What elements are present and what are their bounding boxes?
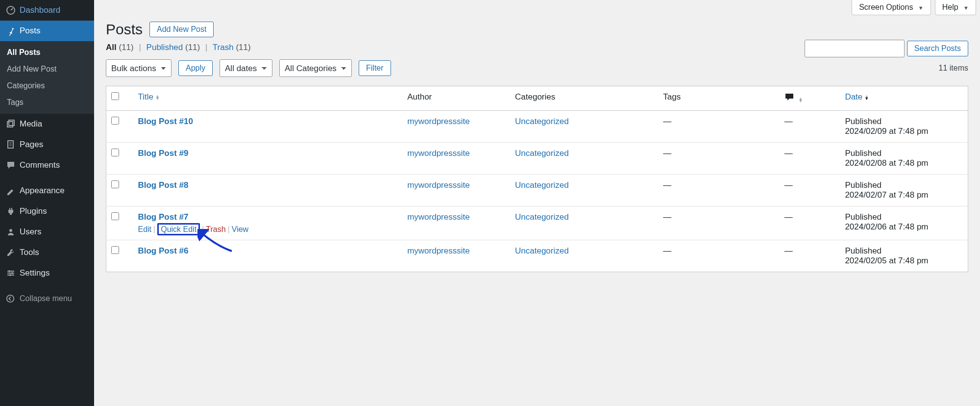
sidebar-item-comments[interactable]: Comments	[0, 155, 94, 176]
submenu-all-posts[interactable]: All Posts	[0, 44, 94, 61]
column-comments[interactable]: ▲▼	[780, 86, 840, 111]
submenu-add-new-post[interactable]: Add New Post	[0, 61, 94, 77]
pages-icon	[6, 140, 20, 150]
sidebar-item-appearance[interactable]: Appearance	[0, 180, 94, 201]
add-new-post-button[interactable]: Add New Post	[149, 22, 214, 37]
row-checkbox[interactable]	[111, 212, 119, 220]
post-title-link[interactable]: Blog Post #8	[138, 180, 188, 190]
search-input[interactable]	[805, 40, 905, 57]
row-checkbox[interactable]	[111, 117, 119, 125]
screen-options-label: Screen Options	[859, 3, 913, 11]
row-actions: Edit|Quick Edit|Trash|View	[138, 225, 397, 234]
date-status: Published	[845, 180, 963, 190]
date-status: Published	[845, 212, 963, 222]
row-checkbox[interactable]	[111, 246, 119, 254]
author-link[interactable]: mywordpresssite	[407, 117, 470, 126]
menu-label: Plugins	[20, 206, 47, 216]
tags-value: —	[663, 149, 671, 158]
edit-link[interactable]: Edit	[138, 225, 151, 233]
sort-icon: ▲▼	[155, 95, 160, 100]
sidebar-item-users[interactable]: Users	[0, 222, 94, 242]
quick-edit-link[interactable]: Quick Edit	[157, 223, 200, 235]
category-link[interactable]: Uncategorized	[515, 246, 569, 255]
view-link[interactable]: View	[232, 225, 248, 233]
dashboard-icon	[6, 5, 20, 15]
post-title-link[interactable]: Blog Post #6	[138, 246, 188, 255]
plugins-icon	[6, 206, 20, 216]
author-link[interactable]: mywordpresssite	[407, 212, 470, 222]
menu-label: Users	[20, 227, 41, 237]
sidebar-item-settings[interactable]: Settings	[0, 263, 94, 272]
author-link[interactable]: mywordpresssite	[407, 246, 470, 255]
author-link[interactable]: mywordpresssite	[407, 180, 470, 190]
category-link[interactable]: Uncategorized	[515, 180, 569, 190]
category-link[interactable]: Uncategorized	[515, 212, 569, 222]
category-link[interactable]: Uncategorized	[515, 117, 569, 126]
help-label: Help	[942, 3, 958, 11]
sidebar-item-tools[interactable]: Tools	[0, 242, 94, 263]
filter-button[interactable]: Filter	[359, 60, 391, 76]
category-filter-select[interactable]: All Categories	[279, 59, 352, 77]
category-link[interactable]: Uncategorized	[515, 149, 569, 158]
date-status: Published	[845, 246, 963, 256]
post-title-link[interactable]: Blog Post #7	[138, 212, 188, 222]
filter-published-count: (11)	[185, 43, 200, 52]
sidebar-item-dashboard[interactable]: Dashboard	[0, 0, 94, 21]
tools-icon	[6, 248, 20, 257]
table-row: Blog Post #7Edit|Quick Edit|Trash|Viewmy…	[106, 206, 968, 240]
settings-icon	[6, 268, 20, 272]
sidebar-item-posts[interactable]: Posts	[0, 21, 94, 41]
help-button[interactable]: Help ▼	[935, 0, 976, 15]
sidebar-item-plugins[interactable]: Plugins	[0, 201, 94, 222]
bulk-actions-select[interactable]: Bulk actions	[106, 59, 172, 77]
select-all-checkbox[interactable]	[111, 92, 119, 100]
caret-down-icon: ▼	[963, 5, 969, 11]
trash-link[interactable]: Trash	[206, 225, 225, 233]
table-row: Blog Post #8mywordpresssiteUncategorized…	[106, 175, 968, 206]
filter-trash-count: (11)	[236, 43, 250, 52]
comments-value: —	[784, 117, 793, 126]
row-checkbox[interactable]	[111, 149, 119, 156]
column-title[interactable]: Title▲▼	[133, 86, 402, 111]
filter-trash[interactable]: Trash	[213, 43, 234, 52]
comments-icon	[6, 160, 20, 170]
appearance-icon	[6, 186, 20, 196]
column-categories: Categories	[510, 86, 658, 111]
submenu-categories[interactable]: Categories	[0, 77, 94, 94]
svg-rect-1	[7, 122, 13, 127]
sidebar-item-pages[interactable]: Pages	[0, 134, 94, 155]
admin-sidebar: Dashboard Posts All Posts Add New Post C…	[0, 0, 94, 272]
menu-label: Posts	[20, 26, 41, 36]
svg-rect-8	[9, 270, 10, 272]
submenu-tags[interactable]: Tags	[0, 94, 94, 111]
row-checkbox[interactable]	[111, 180, 119, 188]
table-row: Blog Post #9mywordpresssiteUncategorized…	[106, 143, 968, 175]
sidebar-item-media[interactable]: Media	[0, 114, 94, 134]
filter-published[interactable]: Published	[147, 43, 183, 52]
column-date[interactable]: Date▲▼	[840, 86, 968, 111]
table-row: Blog Post #6mywordpresssiteUncategorized…	[106, 240, 968, 272]
pushpin-icon	[6, 26, 20, 36]
date-filter-select[interactable]: All dates	[220, 59, 272, 77]
column-author: Author	[402, 86, 510, 111]
comments-value: —	[784, 246, 793, 255]
tags-value: —	[663, 117, 671, 126]
apply-button[interactable]: Apply	[178, 60, 213, 76]
filter-all[interactable]: All	[106, 43, 117, 52]
date-timestamp: 2024/02/06 at 7:48 pm	[845, 222, 963, 232]
caret-down-icon: ▼	[918, 5, 924, 11]
date-timestamp: 2024/02/07 at 7:48 pm	[845, 190, 963, 200]
post-title-link[interactable]: Blog Post #9	[138, 149, 188, 158]
search-posts-button[interactable]: Search Posts	[907, 41, 968, 56]
menu-label: Settings	[20, 268, 49, 272]
date-timestamp: 2024/02/08 at 7:48 pm	[845, 158, 963, 168]
menu-label: Pages	[20, 140, 43, 150]
screen-options-button[interactable]: Screen Options ▼	[852, 0, 931, 15]
comments-value: —	[784, 149, 793, 158]
author-link[interactable]: mywordpresssite	[407, 149, 470, 158]
comment-icon	[784, 92, 794, 104]
menu-label: Appearance	[20, 186, 65, 196]
column-tags: Tags	[658, 86, 779, 111]
items-count: 11 items	[939, 64, 968, 73]
post-title-link[interactable]: Blog Post #10	[138, 117, 193, 126]
